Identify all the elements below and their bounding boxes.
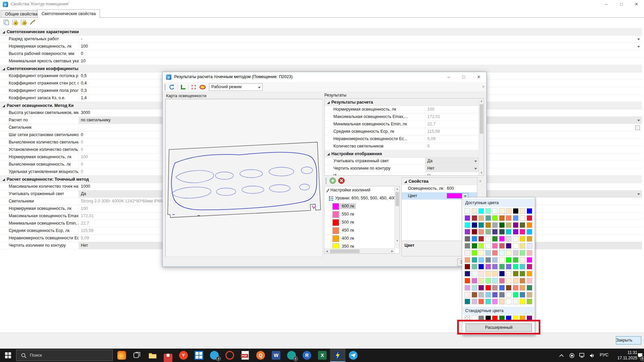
palette-swatch[interactable] bbox=[499, 278, 505, 284]
toolbar-grip[interactable] bbox=[325, 178, 327, 184]
chevron-down-icon[interactable] bbox=[637, 120, 640, 121]
dialog-maximize-button[interactable]: □ bbox=[456, 73, 471, 81]
property-row[interactable]: Неравномерность освещенности Ес...5,09 bbox=[325, 135, 479, 143]
property-row[interactable]: Освещенность, лк600 bbox=[402, 185, 477, 192]
main-titlebar[interactable]: p Свойства 'Контур помещения' – □ ✕ bbox=[0, 0, 644, 9]
palette-swatch[interactable] bbox=[506, 229, 512, 235]
palette-swatch[interactable] bbox=[499, 292, 505, 298]
chevron-down-icon[interactable] bbox=[637, 39, 640, 40]
minimize-button[interactable]: – bbox=[599, 0, 614, 9]
palette-swatch[interactable] bbox=[506, 285, 512, 291]
property-value[interactable]: 100 bbox=[425, 106, 479, 113]
palette-swatch[interactable] bbox=[465, 208, 470, 214]
palette-swatch[interactable] bbox=[478, 299, 484, 304]
dialog-titlebar[interactable]: p Результаты расчета точечным методом (П… bbox=[163, 72, 486, 82]
toolbar-overflow-icon[interactable]: ≡ bbox=[479, 179, 481, 183]
palette-swatch[interactable] bbox=[520, 285, 525, 291]
palette-swatch[interactable] bbox=[472, 299, 477, 304]
tab-lighting[interactable]: Светотехнические свойства bbox=[37, 9, 100, 18]
palette-swatch[interactable] bbox=[492, 250, 498, 256]
palette-swatch[interactable] bbox=[527, 278, 532, 284]
group-header[interactable]: Настройки отображения bbox=[325, 150, 479, 158]
standard-swatch[interactable] bbox=[513, 315, 519, 321]
level-label[interactable]: 550 лк bbox=[342, 212, 354, 217]
palette-swatch[interactable] bbox=[527, 222, 532, 228]
palette-swatch[interactable] bbox=[465, 243, 470, 249]
palette-swatch[interactable] bbox=[520, 250, 525, 256]
isolines-icon[interactable] bbox=[199, 83, 206, 91]
palette-swatch[interactable] bbox=[513, 229, 519, 235]
palette-swatch[interactable] bbox=[465, 215, 470, 221]
palette-swatch[interactable] bbox=[520, 215, 525, 221]
palette-swatch[interactable] bbox=[485, 278, 491, 284]
palette-swatch[interactable] bbox=[465, 222, 470, 228]
property-row[interactable]: Минимальная освещенность Emin, лк22,7 bbox=[325, 121, 479, 128]
level-label[interactable]: 500 лк bbox=[342, 220, 354, 225]
palette-swatch[interactable] bbox=[499, 222, 505, 228]
palette-swatch[interactable] bbox=[513, 299, 519, 304]
palette-swatch[interactable] bbox=[499, 208, 505, 214]
palette-swatch[interactable] bbox=[513, 236, 519, 242]
expander-icon[interactable] bbox=[2, 67, 5, 70]
palette-swatch[interactable] bbox=[506, 236, 512, 242]
property-value[interactable]: - bbox=[79, 36, 642, 43]
property-row[interactable]: Высота рабочей поверхности, мм0 bbox=[0, 50, 642, 58]
palette-swatch[interactable] bbox=[472, 243, 477, 249]
palette-swatch[interactable] bbox=[520, 236, 525, 242]
palette-swatch[interactable] bbox=[472, 278, 477, 284]
palette-swatch[interactable] bbox=[527, 243, 532, 249]
add-level-icon[interactable] bbox=[329, 177, 336, 184]
points-grid-icon[interactable]: ++++ bbox=[190, 83, 198, 91]
expander-icon[interactable] bbox=[327, 101, 330, 104]
palette-swatch[interactable] bbox=[499, 250, 505, 256]
pdf-app-icon[interactable]: PDF bbox=[237, 349, 253, 362]
level-color-swatch[interactable] bbox=[332, 211, 339, 218]
palette-swatch[interactable] bbox=[506, 243, 512, 249]
mode-combobox[interactable]: Рабочий режим bbox=[209, 83, 263, 91]
palette-swatch[interactable] bbox=[520, 208, 525, 214]
palette-swatch[interactable] bbox=[513, 208, 519, 214]
scroll-up-icon[interactable]: ▲ bbox=[395, 186, 400, 191]
level-color-swatch[interactable] bbox=[332, 243, 339, 249]
palette-swatch[interactable] bbox=[472, 222, 477, 228]
palette-swatch[interactable] bbox=[520, 243, 525, 249]
palette-swatch[interactable] bbox=[485, 285, 491, 291]
palette-swatch[interactable] bbox=[506, 222, 512, 228]
level-color-swatch[interactable] bbox=[332, 227, 339, 234]
palette-swatch[interactable] bbox=[527, 208, 532, 214]
group-header[interactable]: Результаты расчета bbox=[325, 99, 479, 106]
expander-icon[interactable] bbox=[2, 30, 5, 34]
isoline-level-row[interactable]: 400 лк bbox=[324, 235, 395, 243]
standard-swatch[interactable] bbox=[520, 315, 525, 321]
level-color-swatch[interactable] bbox=[332, 219, 339, 226]
palette-swatch[interactable] bbox=[513, 243, 519, 249]
palette-swatch[interactable] bbox=[465, 257, 470, 263]
palette-swatch[interactable] bbox=[485, 208, 491, 214]
palette-swatch[interactable] bbox=[520, 271, 525, 277]
results-scrollbar[interactable]: ▲ ▼ bbox=[479, 99, 484, 175]
palette-swatch[interactable] bbox=[478, 292, 484, 298]
palette-swatch[interactable] bbox=[465, 278, 470, 284]
level-label[interactable]: 350 лк bbox=[342, 244, 354, 249]
scroll-left-icon[interactable]: ◀ bbox=[324, 249, 329, 254]
brush-icon[interactable] bbox=[29, 19, 36, 26]
dialog-minimize-button[interactable]: – bbox=[441, 73, 456, 81]
property-row[interactable]: Учитывать отраженный светДа bbox=[325, 158, 479, 165]
expander-icon[interactable] bbox=[404, 180, 407, 183]
level-color-swatch[interactable] bbox=[332, 235, 339, 242]
toolbar-grip[interactable] bbox=[164, 84, 166, 90]
level-label[interactable]: 450 лк bbox=[342, 228, 354, 233]
toolbar-overflow-icon[interactable]: ≡ bbox=[482, 85, 484, 88]
palette-swatch[interactable] bbox=[492, 292, 498, 298]
scroll-right-icon[interactable]: ▶ bbox=[390, 249, 395, 254]
palette-swatch[interactable] bbox=[506, 292, 512, 298]
dialog-close-x-button[interactable]: ✕ bbox=[471, 73, 486, 81]
palette-swatch[interactable] bbox=[513, 292, 519, 298]
palette-swatch[interactable] bbox=[499, 236, 505, 242]
palette-swatch[interactable] bbox=[472, 215, 477, 221]
palette-swatch[interactable] bbox=[506, 208, 512, 214]
group-header[interactable]: Свойства bbox=[402, 178, 477, 185]
standard-swatch[interactable] bbox=[499, 315, 505, 321]
level-label[interactable]: 400 лк bbox=[342, 236, 354, 241]
palette-swatch[interactable] bbox=[513, 278, 519, 284]
